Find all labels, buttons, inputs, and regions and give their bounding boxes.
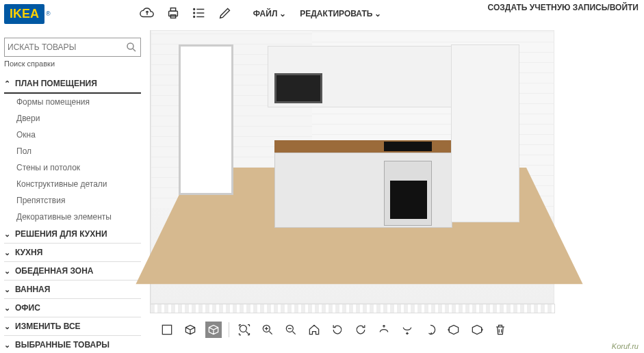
orbit-icon[interactable] — [422, 322, 439, 338]
rotate-right-icon[interactable] — [329, 322, 346, 338]
account-login-link[interactable]: СОЗДАТЬ УЧЕТНУЮ ЗАПИСЬ/ВОЙТИ — [488, 3, 639, 12]
design-canvas[interactable] — [151, 30, 554, 304]
sidebar-item-floor[interactable]: Пол — [4, 143, 141, 159]
zoom-out-icon[interactable] — [283, 322, 299, 338]
sidebar-item-obstacles[interactable]: Препятствия — [4, 192, 141, 209]
search-icon — [125, 41, 138, 53]
sidebar-item-windows[interactable]: Окна — [4, 127, 141, 143]
kitchen-3d-render — [151, 31, 554, 303]
view-3d-wire-icon[interactable] — [182, 322, 198, 338]
search-input[interactable] — [8, 42, 125, 52]
search-input-box[interactable] — [4, 38, 141, 57]
help-search-link[interactable]: Поиск справки — [4, 60, 141, 68]
chevron-down-icon: ⌄ — [4, 341, 11, 350]
svg-line-10 — [133, 49, 136, 51]
view-2d-icon[interactable] — [159, 322, 175, 338]
svg-point-12 — [240, 325, 246, 332]
svg-rect-11 — [162, 325, 171, 334]
rotate-left-icon[interactable] — [352, 322, 369, 338]
registered-icon: ® — [46, 10, 51, 17]
sidebar-cat-selected[interactable]: ⌄ВЫБРАННЫЕ ТОВАРЫ — [4, 336, 141, 353]
zoom-in-icon[interactable] — [259, 322, 276, 338]
chevron-up-icon: ⌃ — [4, 79, 11, 88]
sidebar-cat-room-plan[interactable]: ⌃ПЛАН ПОМЕЩЕНИЯ — [4, 75, 141, 94]
logo-text: IKEA — [4, 4, 44, 24]
sidebar-item-structural[interactable]: Конструктивные детали — [4, 176, 141, 192]
ikea-logo[interactable]: IKEA ® — [4, 4, 51, 24]
menu-edit[interactable]: РЕДАКТИРОВАТЬ — [300, 9, 381, 18]
sidebar-cat-change-all[interactable]: ⌄ИЗМЕНИТЬ ВСЕ — [4, 317, 141, 336]
sidebar-item-doors[interactable]: Двери — [4, 110, 141, 127]
ruler-horizontal — [150, 304, 555, 313]
toolbar-separator — [229, 322, 229, 337]
view-toolbar — [159, 319, 508, 341]
zoom-to-fit-icon[interactable] — [236, 322, 253, 338]
watermark: Koruf.ru — [612, 342, 639, 350]
sidebar-item-walls[interactable]: Стены и потолок — [4, 159, 141, 176]
list-icon[interactable] — [192, 5, 207, 23]
chevron-down-icon: ⌄ — [4, 322, 11, 331]
svg-point-9 — [127, 43, 133, 49]
chevron-down-icon — [374, 9, 381, 18]
sidebar-item-decor[interactable]: Декоративные элементы — [4, 209, 141, 225]
svg-line-13 — [246, 332, 249, 335]
cloud-upload-icon[interactable] — [140, 5, 155, 23]
redo-cube-icon[interactable] — [469, 322, 485, 338]
sidebar-cat-office[interactable]: ⌄ОФИС — [4, 299, 141, 317]
svg-line-15 — [270, 332, 272, 335]
chevron-down-icon: ⌄ — [4, 248, 11, 257]
svg-point-8 — [193, 16, 194, 17]
view-3d-solid-icon[interactable] — [205, 322, 222, 338]
chevron-down-icon: ⌄ — [4, 304, 11, 313]
trash-icon[interactable] — [492, 322, 508, 338]
chevron-down-icon: ⌄ — [4, 230, 11, 239]
svg-point-6 — [193, 8, 194, 10]
print-icon[interactable] — [166, 5, 181, 23]
sidebar-item-room-shapes[interactable]: Формы помещения — [4, 94, 141, 110]
menu-file[interactable]: ФАЙЛ — [253, 9, 287, 18]
svg-point-7 — [193, 12, 194, 14]
sidebar-cat-kitchen[interactable]: ⌄КУХНЯ — [4, 244, 141, 262]
svg-rect-1 — [170, 8, 175, 11]
sidebar-cat-bathroom[interactable]: ⌄ВАННАЯ — [4, 280, 141, 299]
tilt-up-icon[interactable] — [376, 322, 392, 338]
svg-line-19 — [293, 332, 296, 335]
tilt-down-icon[interactable] — [399, 322, 415, 338]
undo-cube-icon[interactable] — [446, 322, 462, 338]
chevron-down-icon: ⌄ — [4, 285, 11, 294]
pencil-icon[interactable] — [218, 5, 233, 23]
chevron-down-icon: ⌄ — [4, 267, 11, 276]
home-view-icon[interactable] — [306, 322, 322, 338]
chevron-down-icon — [279, 9, 286, 18]
sidebar-cat-dining[interactable]: ⌄ОБЕДЕННАЯ ЗОНА — [4, 262, 141, 280]
sidebar-cat-kitchen-solutions[interactable]: ⌄РЕШЕНИЯ ДЛЯ КУХНИ — [4, 225, 141, 244]
